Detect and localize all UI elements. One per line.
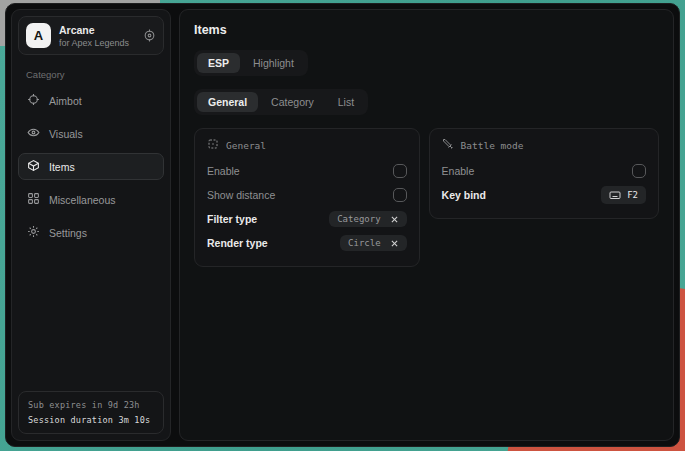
setting-label: Filter type xyxy=(207,213,257,225)
crosshair-icon xyxy=(27,93,40,108)
sidebar-item-label: Settings xyxy=(49,227,87,239)
clear-icon[interactable] xyxy=(390,239,399,248)
filter-type-select[interactable]: Category xyxy=(329,211,406,227)
battle-enable-checkbox[interactable] xyxy=(632,164,646,178)
setting-label: Enable xyxy=(207,165,240,177)
sidebar-item-aimbot[interactable]: Aimbot xyxy=(18,87,164,114)
sidebar-item-settings[interactable]: Settings xyxy=(18,219,164,246)
tab-list[interactable]: List xyxy=(327,92,365,112)
general-settings-card: General Enable Show distance Filter type… xyxy=(194,128,420,267)
keybind-button[interactable]: F2 xyxy=(601,186,646,204)
setting-label: Key bind xyxy=(442,189,486,201)
battle-mode-card: Battle mode Enable Key bind xyxy=(429,128,659,219)
target-icon[interactable] xyxy=(143,29,156,42)
gear-icon xyxy=(27,225,40,240)
setting-row-key-bind: Key bind F2 xyxy=(442,183,646,207)
app-header-card: A Arcane for Apex Legends xyxy=(18,16,164,55)
enable-checkbox[interactable] xyxy=(393,164,407,178)
setting-row-enable: Enable xyxy=(207,159,407,183)
filter-type-value: Category xyxy=(337,214,380,224)
battle-mode-card-title: Battle mode xyxy=(461,140,524,151)
view-tab-group: General Category List xyxy=(194,89,368,115)
setting-row-filter-type: Filter type Category xyxy=(207,207,407,231)
sidebar-section-label: Category xyxy=(26,69,156,80)
tab-general[interactable]: General xyxy=(197,92,258,112)
tab-highlight[interactable]: Highlight xyxy=(242,53,305,73)
eye-icon xyxy=(27,126,40,141)
keyboard-icon xyxy=(609,189,621,201)
sidebar-item-visuals[interactable]: Visuals xyxy=(18,120,164,147)
render-type-select[interactable]: Circle xyxy=(340,235,407,251)
app-window: A Arcane for Apex Legends Category xyxy=(5,3,680,447)
mode-tab-group: ESP Highlight xyxy=(194,50,308,76)
app-title: Arcane xyxy=(59,24,135,36)
app-subtitle: for Apex Legends xyxy=(59,38,135,48)
general-card-header: General xyxy=(207,138,407,152)
sidebar-item-label: Aimbot xyxy=(49,95,82,107)
setting-label: Render type xyxy=(207,237,268,249)
sidebar: A Arcane for Apex Legends Category xyxy=(11,9,171,441)
clear-icon[interactable] xyxy=(390,215,399,224)
sidebar-nav: Aimbot Visuals Items xyxy=(12,87,170,246)
sidebar-item-label: Visuals xyxy=(49,128,83,140)
sidebar-item-label: Items xyxy=(49,161,75,173)
battle-mode-card-header: Battle mode xyxy=(442,138,646,152)
keybind-value: F2 xyxy=(627,190,638,200)
package-icon xyxy=(27,159,40,174)
render-type-value: Circle xyxy=(348,238,381,248)
sidebar-item-label: Miscellaneous xyxy=(49,194,116,206)
page-title: Items xyxy=(194,23,659,37)
setting-label: Show distance xyxy=(207,189,275,201)
session-duration-text: Session duration 3m 10s xyxy=(28,415,154,425)
app-logo: A xyxy=(26,23,51,48)
setting-label: Enable xyxy=(442,165,475,177)
show-distance-checkbox[interactable] xyxy=(393,188,407,202)
subscription-card: Sub expires in 9d 23h Session duration 3… xyxy=(18,391,164,434)
app-meta: Arcane for Apex Legends xyxy=(59,24,135,48)
sidebar-item-miscellaneous[interactable]: Miscellaneous xyxy=(18,186,164,213)
grid-icon xyxy=(27,192,40,207)
sidebar-item-items[interactable]: Items xyxy=(18,153,164,180)
setting-row-battle-enable: Enable xyxy=(442,159,646,183)
tab-esp[interactable]: ESP xyxy=(197,53,240,73)
dashed-box-icon xyxy=(207,138,219,152)
sword-icon xyxy=(442,138,454,152)
general-card-title: General xyxy=(226,140,266,151)
setting-row-show-distance: Show distance xyxy=(207,183,407,207)
sub-expires-text: Sub expires in 9d 23h xyxy=(28,400,154,410)
main-panel: Items ESP Highlight General Category Lis… xyxy=(179,9,674,441)
setting-row-render-type: Render type Circle xyxy=(207,231,407,255)
tab-category[interactable]: Category xyxy=(260,92,325,112)
